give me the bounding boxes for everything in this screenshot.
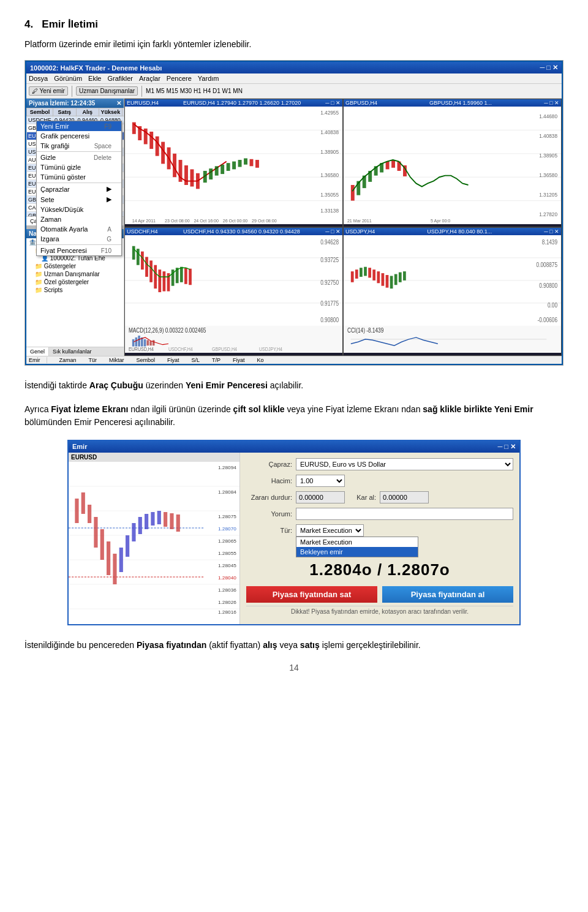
chart-gbpusd-title: GBPUSD,H4 <box>345 100 377 106</box>
ctx-sep2 <box>37 183 121 183</box>
chart-gbpusd-inner: 1.44680 1.40838 1.38905 1.36580 1.31205 … <box>344 107 561 224</box>
ctx-hide[interactable]: Gizle Delete <box>37 153 121 162</box>
svg-rect-150 <box>119 548 123 572</box>
ctx-tick-label: Tik grafiği <box>40 142 69 149</box>
chart-usdchf-controls[interactable]: ─ □ ✕ <box>325 228 341 235</box>
ctx-time[interactable]: Zaman <box>37 214 121 224</box>
input-yorum[interactable] <box>296 508 513 520</box>
svg-text:29 Oct 08:00: 29 Oct 08:00 <box>252 218 277 224</box>
chart-eurusd-inner: 1.42955 1.40838 1.38905 1.36580 1.35055 … <box>125 107 342 224</box>
nav-uzman[interactable]: 📁 Uzman Danışmanlar <box>26 270 124 278</box>
svg-rect-75 <box>149 260 153 282</box>
select-capraz[interactable]: EURUSD, Euro vs US Dollar <box>296 458 513 470</box>
input-karal[interactable] <box>380 491 429 503</box>
svg-rect-156 <box>157 511 161 524</box>
svg-rect-155 <box>151 512 154 526</box>
svg-text:23 Oct 08:00: 23 Oct 08:00 <box>165 218 190 224</box>
menu-grafikler[interactable]: Grafikler <box>107 75 133 82</box>
toolbar-expert[interactable]: Uzman Danışmanlar <box>76 86 138 96</box>
svg-rect-30 <box>244 158 247 164</box>
para3-mid: (aktif fiyattan) <box>209 640 263 650</box>
select-tur[interactable]: Market Execution Bekleyen emir <box>296 524 364 537</box>
svg-text:1.28084: 1.28084 <box>218 489 236 495</box>
trader-toolbar: 🖊 Yeni emir Uzman Danışmanlar M1 M5 M15 … <box>26 84 562 99</box>
btn-sell[interactable]: Piyasa fiyatından sat <box>246 586 377 603</box>
mw-cell-dusuk <box>122 132 124 140</box>
ctx-price-window[interactable]: Fiyat Penceresi F10 <box>37 246 121 255</box>
tab-miktar[interactable]: Miktar <box>109 357 124 363</box>
input-zarar[interactable] <box>296 491 345 503</box>
svg-rect-25 <box>215 166 219 175</box>
ctx-tick-chart[interactable]: Tik grafiği Space <box>37 141 121 151</box>
ctx-grid[interactable]: Izgara G <box>37 234 121 244</box>
menu-gorunum[interactable]: Görünüm <box>54 75 82 82</box>
ctx-auto[interactable]: Otomatik Ayarla A <box>37 224 121 234</box>
tab-ko[interactable]: Ko <box>257 357 264 363</box>
menu-ekle[interactable]: Ekle <box>88 75 101 82</box>
label-tur: Tür: <box>246 527 292 534</box>
nav-tab-genel[interactable]: Genel <box>26 347 49 356</box>
order-tabs-bar[interactable]: Emir Zaman Tür Miktar Sembol Fiyat S/L T… <box>26 356 562 364</box>
tab-emir[interactable]: Emir <box>29 357 47 363</box>
market-watch-controls[interactable]: ✕ <box>116 100 121 107</box>
chart-eurusd-svg: 1.42955 1.40838 1.38905 1.36580 1.35055 … <box>125 107 342 224</box>
menu-pencere[interactable]: Pencere <box>167 75 192 82</box>
svg-rect-20 <box>184 165 188 185</box>
para2-end: bölümünden Emir Penceresi açılınabilir. <box>24 417 175 427</box>
tab-sembol[interactable]: Sembol <box>137 357 156 363</box>
svg-text:1.28016: 1.28016 <box>218 609 236 615</box>
svg-text:5 Apr 00:0: 5 Apr 00:0 <box>431 218 450 224</box>
form-row-tur: Tür: Market Execution Bekleyen emir Mark… <box>246 524 513 537</box>
tab-fiyat[interactable]: Fiyat <box>167 357 179 363</box>
toolbar-sep2 <box>141 86 142 97</box>
trader-menubar[interactable]: Dosya Görünüm Ekle Grafikler Araçlar Pen… <box>26 73 562 84</box>
toolbar-new-order[interactable]: 🖊 Yeni emir <box>29 86 68 96</box>
nav-scripts[interactable]: 📁 Scripts <box>26 286 124 294</box>
ctx-new-order[interactable]: Yeni Emir F9 <box>37 121 121 131</box>
menu-yardim[interactable]: Yardım <box>198 75 219 82</box>
warning-text: Dikkat! Piyasa fiyatından emirde, kotasy… <box>246 606 513 617</box>
label-zarar: Zararı durdur: <box>246 494 292 501</box>
tab-fiyat2[interactable]: Fiyat <box>233 357 245 363</box>
nav-ozel[interactable]: 📁 Özel göstergeler <box>26 278 124 286</box>
svg-rect-86 <box>132 339 135 347</box>
chart-gbpusd-controls[interactable]: ─ □ ✕ <box>544 100 559 106</box>
order-content: EURUSD 1.28094 1.28084 1.28075 1.28070 1… <box>69 453 519 624</box>
nav-gostergeler[interactable]: 📁 Göstergeler <box>26 262 124 270</box>
context-menu: Yeni Emir F9 Grafik penceresi Tik grafiğ… <box>36 121 122 256</box>
select-hacim[interactable]: 1.00 <box>296 475 345 487</box>
screenshot-box: 1000002: HalkFX Trader - Deneme Hesabı ─… <box>24 60 564 366</box>
svg-rect-118 <box>394 274 398 285</box>
svg-text:USDJPY,H4: USDJPY,H4 <box>259 346 283 352</box>
window-controls[interactable]: ─ □ ✕ <box>540 64 558 72</box>
section-heading: 4. Emir İletimi <box>24 18 564 31</box>
ctx-highlow[interactable]: Yüksek/Düşük <box>37 205 121 214</box>
nav-tabs[interactable]: Genel Sık kullanılanlar <box>26 347 124 356</box>
chart-usdjpy-controls[interactable]: ─ □ ✕ <box>544 228 559 235</box>
svg-text:1.38905: 1.38905 <box>320 148 339 154</box>
tab-sl[interactable]: S/L <box>192 357 200 363</box>
dropdown-item-bekleyen[interactable]: Bekleyen emir <box>296 547 418 557</box>
svg-text:1.28065: 1.28065 <box>218 538 236 544</box>
mw-cell-dusuk <box>122 180 124 188</box>
ctx-crosses[interactable]: Çaprazlar ▶ <box>37 184 121 194</box>
ctx-hide-all[interactable]: Tümünü gizle <box>37 162 121 172</box>
para3-mid2: veya <box>279 640 300 650</box>
menu-araclar[interactable]: Araçlar <box>139 75 160 82</box>
chart-eurusd-controls[interactable]: ─ □ ✕ <box>325 100 341 106</box>
tab-zaman[interactable]: Zaman <box>59 357 77 363</box>
svg-text:0.94628: 0.94628 <box>320 239 339 246</box>
tab-tur[interactable]: Tür <box>89 357 97 363</box>
ctx-show-all[interactable]: Tümünü göster <box>37 172 121 182</box>
nav-tab-sik[interactable]: Sık kullanılanlar <box>49 347 96 356</box>
para3-end: işlemi gerçekleştirilebilinir. <box>322 640 421 650</box>
tab-tp[interactable]: T/P <box>212 357 221 363</box>
market-watch-title: Piyasa İzlemi: 12:24:35 <box>29 100 95 107</box>
ctx-sets[interactable]: Sete ▶ <box>37 194 121 205</box>
dropdown-item-market[interactable]: Market Execution <box>296 537 418 547</box>
ctx-chart-window[interactable]: Grafik penceresi <box>37 131 121 141</box>
menu-dosya[interactable]: Dosya <box>29 75 48 82</box>
btn-buy[interactable]: Piyasa fiyatından al <box>382 586 513 603</box>
order-window-controls[interactable]: ─ □ ✕ <box>497 443 516 451</box>
svg-rect-82 <box>180 267 183 282</box>
